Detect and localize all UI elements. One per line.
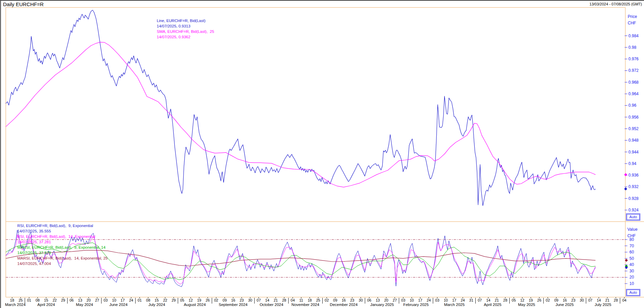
week-label: 03 bbox=[401, 298, 405, 302]
rsi-legend-line[interactable]: 14/07/2025, 37.281 bbox=[17, 239, 108, 245]
week-label: 31 bbox=[469, 298, 473, 302]
main-legend-line[interactable]: 14/07/2025, 0.9362 bbox=[157, 34, 214, 40]
rsi-legend-line[interactable]: 14/07/2025, 37.579 bbox=[17, 250, 108, 255]
price-tick-label: 0.96 bbox=[628, 103, 636, 108]
week-label: 17 bbox=[120, 298, 125, 302]
price-tick-label: 0.952 bbox=[628, 126, 639, 131]
value-tick-label: 20 bbox=[629, 275, 634, 280]
week-label: 24 bbox=[461, 298, 465, 302]
week-label: 28 bbox=[614, 298, 618, 302]
price-tick-label: 0.964 bbox=[628, 91, 639, 96]
price-auto-scale-button[interactable]: Auto bbox=[627, 214, 640, 220]
week-label: 19 bbox=[197, 298, 201, 302]
week-label: 17 bbox=[418, 298, 422, 302]
week-label: 22 bbox=[163, 298, 167, 302]
week-label: 04 bbox=[291, 298, 295, 302]
price-tick-label: 0.94 bbox=[628, 161, 636, 166]
week-label: 15 bbox=[155, 298, 159, 302]
month-label: December 2024 bbox=[330, 303, 358, 307]
week-label: 19 bbox=[529, 298, 533, 302]
week-label: 28 bbox=[503, 298, 507, 302]
week-label: 10 bbox=[112, 298, 116, 302]
main-legend-line[interactable]: 14/07/2025, 0.9313 bbox=[157, 23, 214, 29]
value-tick-label: 50 bbox=[629, 256, 634, 261]
rsi-legend-line[interactable]: 14/07/2025, 35.555 bbox=[17, 228, 108, 234]
week-label: 16 bbox=[231, 298, 235, 302]
week-label: 16 bbox=[342, 298, 346, 302]
week-label: 16 bbox=[563, 298, 567, 302]
week-label: 07 bbox=[257, 298, 261, 302]
week-label: 10 bbox=[444, 298, 448, 302]
week-label: 01 bbox=[27, 298, 31, 302]
week-label: 02 bbox=[325, 298, 329, 302]
week-label: 12 bbox=[520, 298, 524, 302]
value-auto-scale-button[interactable]: Auto bbox=[627, 290, 640, 295]
week-label: 15 bbox=[44, 298, 48, 302]
value-axis-title-line1: Value bbox=[627, 226, 638, 233]
week-label: 18 bbox=[10, 298, 14, 302]
week-label: 14 bbox=[486, 298, 490, 302]
week-label: 04 bbox=[622, 298, 626, 302]
month-label: January 2025 bbox=[370, 303, 394, 307]
week-label: 05 bbox=[512, 298, 516, 302]
week-label: 03 bbox=[103, 298, 108, 302]
price-axis-title-line2: CHF bbox=[628, 20, 637, 26]
value-tick-label: 60 bbox=[629, 250, 634, 254]
month-label: June 2024 bbox=[109, 303, 128, 307]
week-label: 02 bbox=[546, 298, 550, 302]
week-label: 13 bbox=[376, 298, 380, 302]
price-tick-label: 0.98 bbox=[628, 45, 636, 50]
price-tick-label: 0.984 bbox=[628, 34, 639, 38]
price-last-value-marker-blue bbox=[624, 187, 627, 190]
week-label: 09 bbox=[223, 298, 227, 302]
main-legend-line[interactable]: SMA, EURCHF=R, Bid(Last), 25 bbox=[157, 29, 214, 34]
month-label: July 2024 bbox=[148, 303, 165, 307]
week-label: 09 bbox=[333, 298, 337, 302]
week-label: 26 bbox=[206, 298, 210, 302]
value-tick-label: 80 bbox=[629, 237, 634, 242]
price-tick-label: 0.936 bbox=[628, 173, 639, 178]
week-label: 03 bbox=[435, 298, 439, 302]
week-label: 21 bbox=[273, 298, 278, 302]
month-label: September 2024 bbox=[219, 303, 247, 307]
price-last-value-marker-magenta bbox=[624, 173, 627, 176]
rsi-legend-line[interactable]: RSI, EURCHF=R, Bid(Last), 9, Exponential bbox=[17, 223, 108, 228]
month-label: November 2024 bbox=[291, 303, 319, 307]
price-axis-title: Price CHF bbox=[628, 14, 637, 26]
series-blue-price bbox=[6, 10, 595, 206]
week-label: 26 bbox=[537, 298, 541, 302]
week-label: 24 bbox=[427, 298, 431, 302]
week-label: 29 bbox=[172, 298, 176, 302]
week-label: 27 bbox=[393, 298, 397, 302]
week-label: 11 bbox=[299, 298, 303, 302]
rsi-legend-line[interactable]: 14/07/2025, 47.004 bbox=[17, 261, 108, 266]
month-label: May 2025 bbox=[518, 303, 535, 307]
week-label: 23 bbox=[571, 298, 575, 302]
week-label: 14 bbox=[597, 298, 601, 302]
week-label: 30 bbox=[359, 298, 363, 302]
price-tick-label: 0.956 bbox=[628, 115, 639, 120]
rsi-legend-line[interactable]: RSI, EURCHF=R, Bid(Last), 14, Exponentia… bbox=[17, 234, 108, 239]
price-tick-label: 0.924 bbox=[628, 208, 639, 212]
week-label: 17 bbox=[452, 298, 456, 302]
value-tick-label: 10 bbox=[629, 281, 634, 286]
rsi-legend-line[interactable]: MARSI, EURCHF=R, Bid(Last), 9, Exponenti… bbox=[17, 245, 108, 250]
week-label: 20 bbox=[87, 298, 91, 302]
value-tick-label: 70 bbox=[629, 244, 634, 248]
week-label: 07 bbox=[478, 298, 482, 302]
month-label: June 2025 bbox=[555, 303, 574, 307]
week-label: 24 bbox=[129, 298, 133, 302]
price-tick-label: 0.928 bbox=[628, 196, 639, 201]
month-label: May 2024 bbox=[76, 303, 93, 307]
price-axis-title-line1: Price bbox=[628, 14, 637, 20]
main-legend-line[interactable]: Line, EURCHF=R, Bid(Last) bbox=[157, 18, 214, 23]
price-tick-label: 0.976 bbox=[628, 57, 639, 61]
price-tick-label: 0.932 bbox=[628, 184, 639, 189]
week-label: 08 bbox=[36, 298, 40, 302]
value-tick-label: 40 bbox=[629, 262, 634, 267]
rsi-legend-line[interactable]: MARSI, EURCHF=R, Bid(Last), 14, Exponent… bbox=[17, 255, 108, 261]
week-label: 29 bbox=[61, 298, 65, 302]
price-tick-label: 0.948 bbox=[628, 138, 639, 143]
week-label: 28 bbox=[282, 298, 286, 302]
month-label: March 2025 bbox=[444, 303, 465, 307]
